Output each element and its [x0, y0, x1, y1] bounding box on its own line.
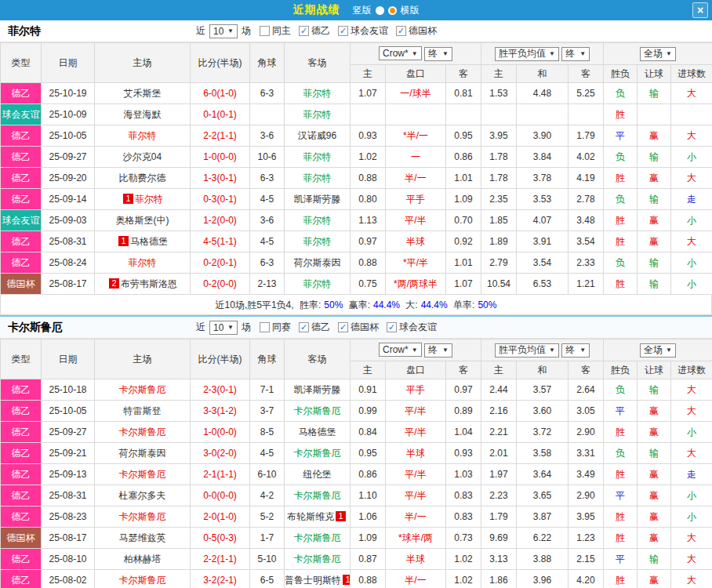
asian-odds-away: 1.03 [446, 464, 481, 485]
result-wdl: 负 [604, 83, 638, 104]
match-rows: 德乙25-10-19艾禾斯堡6-0(1-0)6-3菲尔特1.07一/球半0.81… [1, 83, 712, 295]
result-goals: 小 [671, 485, 712, 506]
full-match-select[interactable]: 全场▼ [640, 343, 676, 358]
subcol-goals: 进球数 [671, 361, 712, 379]
select-value: 胜平负均值 [499, 47, 546, 60]
result-handicap: 赢 [638, 125, 671, 147]
asian-handicap: *两/两球半 [386, 274, 446, 295]
odds-stage-select[interactable]: 终▼ [424, 47, 452, 61]
subcol-goals: 进球数 [671, 65, 712, 83]
select-value: 终 [565, 47, 575, 60]
away-team: 卡尔斯鲁厄 [285, 485, 351, 506]
vertical-layout-radio[interactable] [376, 6, 384, 15]
unit-label: 场 [242, 24, 251, 38]
filter-check-item[interactable]: ✓球会友谊 [338, 24, 388, 38]
bookmaker-select[interactable]: Crow*▼ [379, 343, 422, 357]
result-wdl: 平 [604, 125, 638, 147]
team-label: 纽伦堡 [303, 469, 332, 480]
home-team: 柏林赫塔 [95, 549, 191, 570]
euro-odds-away: 1.79 [569, 125, 604, 147]
result-wdl: 胜 [604, 506, 638, 528]
corner-score: 6-3 [250, 252, 285, 274]
result-goals: 小 [671, 210, 712, 231]
asian-odds-home: 1.07 [351, 83, 386, 104]
close-icon[interactable]: × [692, 2, 708, 18]
full-match-select[interactable]: 全场▼ [640, 47, 676, 61]
asian-handicap: 平/半 [386, 485, 446, 506]
match-score: 4-5(1-1) [191, 231, 250, 252]
select-value: 终 [428, 343, 438, 357]
checkbox-icon[interactable]: ✓ [338, 322, 348, 332]
corner-score: 6-5 [250, 570, 285, 588]
filter-check-item[interactable]: ✓德乙 [299, 321, 330, 334]
euro-odds-home: 2.23 [481, 485, 517, 506]
result-goals: 大 [671, 125, 712, 147]
filter-check-item[interactable]: 同赛 [260, 321, 291, 334]
checkbox-icon[interactable]: ✓ [299, 26, 309, 36]
section-fuerth: 菲尔特 近 10 ▼ 场 同主✓德乙✓球会友谊✓德国杯 类型 日期 主场 比分(… [0, 20, 712, 315]
match-score: 0-5(0-3) [191, 528, 250, 549]
subcol-handicap-result: 让球 [638, 361, 671, 379]
odds-stage-select[interactable]: 终▼ [424, 343, 452, 358]
euro-stage-select[interactable]: 终▼ [561, 343, 590, 358]
checkbox-icon[interactable] [260, 26, 270, 36]
select-value: Crow* [383, 48, 409, 59]
result-goals: 大 [671, 570, 712, 588]
match-score: 1-2(0-0) [191, 210, 250, 231]
euro-odds-home: 2.16 [481, 401, 517, 422]
league-type-badge: 德乙 [1, 147, 42, 168]
home-team: 卡尔斯鲁厄 [95, 464, 191, 485]
summary-stat-label: 大: [403, 299, 418, 310]
section-header: 卡尔斯鲁厄 近 10 ▼ 场 同赛✓德乙✓德国杯✓球会友谊 [0, 317, 712, 339]
result-goals: 大 [671, 549, 712, 570]
asian-odds-away: 0.92 [446, 231, 481, 252]
asian-odds-away: 0.81 [446, 83, 481, 104]
euro-odds-draw [517, 104, 569, 125]
checkbox-icon[interactable]: ✓ [338, 26, 348, 36]
team-label: 菲尔特 [303, 215, 332, 226]
asian-odds-away: 0.93 [446, 443, 481, 464]
home-team: 卡尔斯鲁厄 [95, 506, 191, 528]
filter-check-item[interactable]: ✓球会友谊 [387, 321, 437, 334]
match-count-select[interactable]: 10 ▼ [209, 321, 238, 335]
euro-odds-draw: 3.87 [517, 506, 569, 528]
corner-score: 8-5 [250, 422, 285, 443]
league-type-badge: 德国杯 [1, 528, 42, 549]
euro-odds-home: 2.44 [481, 379, 517, 401]
filter-check-item[interactable]: ✓德国杯 [396, 24, 437, 38]
checkbox-icon[interactable]: ✓ [299, 322, 309, 332]
vertical-layout-label: 竖版 [353, 4, 372, 17]
filter-check-item[interactable]: ✓德国杯 [338, 321, 379, 334]
summary-stat-label: 胜率: [297, 299, 321, 310]
team-label: 卡尔斯鲁厄 [294, 490, 341, 501]
result-handicap: 赢 [638, 401, 671, 422]
checkbox-icon[interactable] [260, 322, 270, 332]
euro-stage-select[interactable]: 终▼ [561, 47, 590, 61]
team-label: 菲尔特 [129, 257, 157, 268]
asian-odds-home: 1.10 [351, 485, 386, 506]
col-home: 主场 [95, 43, 191, 83]
filter-check-item[interactable]: 同主 [260, 24, 291, 38]
team-label: 卡尔斯鲁厄 [294, 448, 341, 459]
filter-check-item[interactable]: ✓德乙 [299, 24, 330, 38]
euro-odds-home: 1.86 [481, 570, 517, 588]
bookmaker-select[interactable]: Crow*▼ [379, 46, 422, 60]
team-name: 菲尔特 [0, 24, 41, 38]
euro-odds-away: 4.19 [569, 168, 604, 189]
wdl-average-select[interactable]: 胜平负均值▼ [495, 47, 559, 61]
checkbox-icon[interactable]: ✓ [387, 322, 397, 332]
horizontal-layout-radio[interactable] [388, 6, 397, 15]
euro-odds-draw: 3.91 [517, 231, 569, 252]
window-title: 近期战绩 [293, 3, 340, 17]
euro-odds-draw: 3.84 [517, 147, 569, 168]
asian-odds-away: 0.83 [446, 506, 481, 528]
euro-odds-home: 9.69 [481, 528, 517, 549]
corner-score: 6-10 [250, 464, 285, 485]
wdl-average-select[interactable]: 胜平负均值▼ [495, 343, 559, 358]
chevron-down-icon: ▼ [227, 324, 234, 331]
league-type-badge: 德乙 [1, 401, 42, 422]
match-count-select[interactable]: 10 ▼ [209, 24, 238, 38]
checkbox-icon[interactable]: ✓ [396, 26, 406, 36]
home-team: 卡尔斯鲁厄 [95, 422, 191, 443]
subcol-euro-draw: 和 [517, 361, 569, 379]
